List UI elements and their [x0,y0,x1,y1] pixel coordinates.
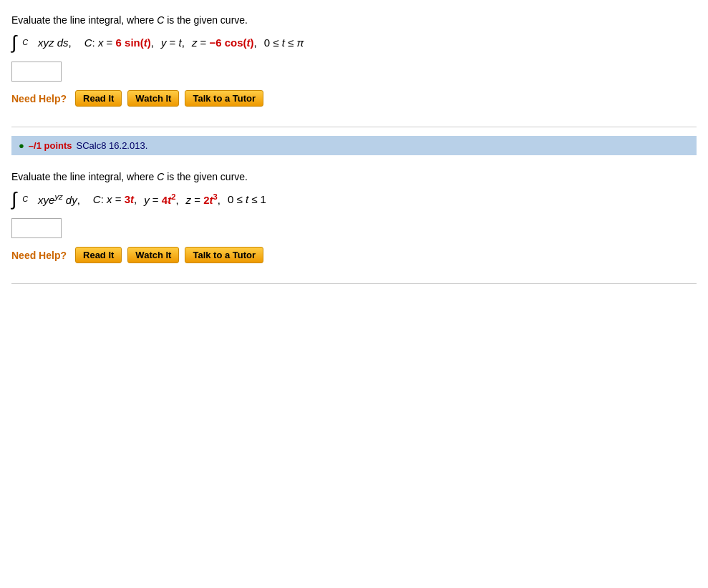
problem2-need-help: Need Help? Read It Watch It Talk to a Tu… [11,247,697,263]
divider-1 [11,127,697,127]
problem2-need-help-label: Need Help? [11,250,67,261]
problem2-cy: y = 4t2, [144,192,178,206]
problem2-points-value: –/1 points [29,140,72,151]
problem1-read-it-button[interactable]: Read It [75,90,122,107]
problem1-cx: C: x = 6 sin(t), [84,36,154,49]
problem1-talk-to-tutor-button[interactable]: Talk to a Tutor [185,90,263,107]
problem1-answer-input[interactable] [11,62,62,82]
problem2-cz: z = 2t3, [186,192,220,206]
problem1-domain: 0 ≤ t ≤ π [264,36,304,49]
problem1-intro: Evaluate the line integral, where C is t… [11,14,697,26]
problem1-math: ∫C xyz ds, C: x = 6 sin(t), y = t, z = −… [11,33,697,52]
integral-sub-1: C [22,38,28,46]
problem-1: Evaluate the line integral, where C is t… [11,7,697,121]
problem2-id: SCalc8 16.2.013. [77,140,148,151]
problem2-cx: C: x = 3t, [93,193,137,205]
problem1-need-help: Need Help? Read It Watch It Talk to a Tu… [11,90,697,107]
problem1-cy: y = t, [161,36,185,49]
integral-symbol-1: ∫ [11,33,16,52]
problem2-read-it-button[interactable]: Read It [75,247,122,263]
problem2-intro: Evaluate the line integral, where C is t… [11,171,697,182]
problem2-integrand: xyeyz dy, [38,192,80,206]
problem2-watch-it-button[interactable]: Watch It [127,247,179,263]
problem2-header-bar: ● –/1 points SCalc8 16.2.013. [11,136,697,155]
problem2-answer-input[interactable] [11,218,62,238]
integral-sub-2: C [22,195,28,203]
integral-symbol-2: ∫ [11,190,16,208]
problem2-domain: 0 ≤ t ≤ 1 [228,193,266,205]
problem2-italic-c: C [157,171,164,182]
problem2-math: ∫C xyeyz dy, C: x = 3t, y = 4t2, z = 2t3… [11,190,697,208]
problem1-need-help-label: Need Help? [11,93,67,104]
problem2-points-icon: ● [19,140,24,151]
problem1-cz: z = −6 cos(t), [192,36,257,49]
problem1-watch-it-button[interactable]: Watch It [127,90,179,107]
divider-2 [11,283,697,284]
problem2-talk-to-tutor-button[interactable]: Talk to a Tutor [185,247,263,263]
problem-2: Evaluate the line integral, where C is t… [11,164,697,278]
problem1-italic-c: C [157,14,164,26]
problem1-integrand: xyz ds, [38,36,72,49]
